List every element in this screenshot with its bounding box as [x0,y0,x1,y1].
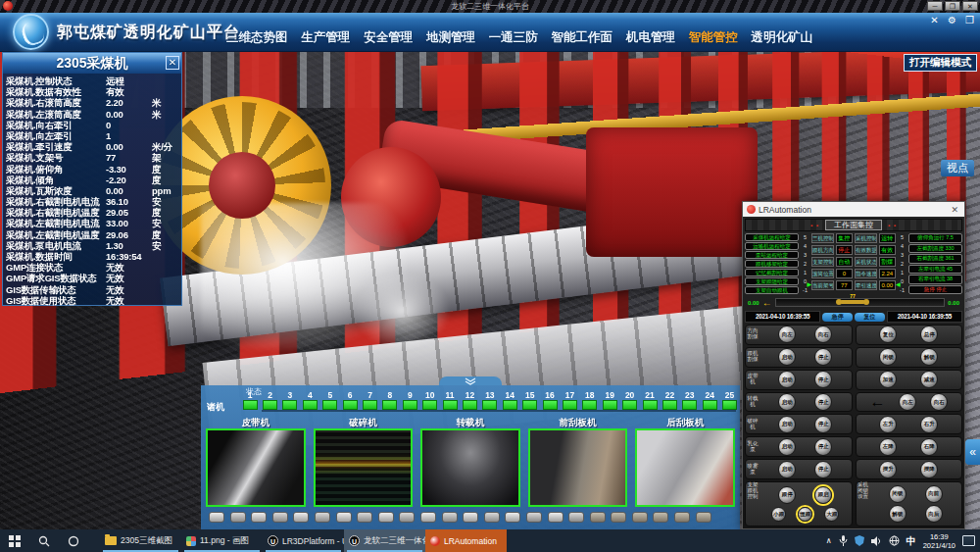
support-status-block[interactable] [463,400,477,410]
round-control-button[interactable]: 闭锁 [889,485,906,503]
round-control-button[interactable]: 启动 [778,461,796,478]
preset-button[interactable]: 急停 停止 [908,285,962,295]
nav-item-9[interactable]: 透明化矿山 [752,29,813,46]
camera-thumbnail[interactable] [420,428,520,507]
workface-control-tab[interactable]: 工作面集控 [825,220,882,230]
support-status-block[interactable] [482,400,497,410]
round-control-button[interactable]: 左升 [879,416,897,433]
round-control-button[interactable]: 停止 [814,461,832,478]
maximize-button[interactable]: ❐ [945,1,960,11]
preset-button[interactable]: 俯仰角运行 7.5 [908,233,962,243]
support-status-block[interactable] [622,400,637,410]
round-control-button[interactable]: 停止 [814,393,832,411]
minimize-button[interactable]: ─ [927,1,943,11]
support-status-block[interactable] [263,400,277,410]
round-control-button[interactable]: 慢跟 [798,507,812,522]
filmstrip-chip[interactable] [653,512,668,523]
support-status-block[interactable] [722,400,737,410]
nav-item-6[interactable]: 智能工作面 [552,29,613,46]
round-control-button[interactable]: 跟停 [778,486,796,504]
network-globe-icon[interactable] [889,535,900,546]
filmstrip-chip[interactable] [484,512,500,523]
preset-button[interactable]: 运输机远程给定 [745,242,799,250]
open-edit-mode-button[interactable]: 打开编辑模式 [904,54,977,72]
nav-item-5[interactable]: 一通三防 [489,29,538,46]
round-control-button[interactable]: 停止 [814,416,832,433]
filmstrip-chip[interactable] [674,512,690,523]
filmstrip-chip[interactable] [378,512,394,523]
round-control-button[interactable]: 右降 [920,438,938,456]
round-control-button[interactable]: 停止 [814,438,832,456]
notification-center-icon[interactable] [962,535,975,546]
support-status-block[interactable] [643,400,658,410]
support-status-block[interactable] [662,400,677,410]
round-control-button[interactable]: 启动 [778,348,796,366]
nav-item-3[interactable]: 安全管理 [364,29,413,46]
support-status-block[interactable] [582,400,597,410]
gear-icon[interactable]: ⚙ [946,14,958,26]
preset-button[interactable]: 右截割温度 361 [908,254,962,264]
round-control-button[interactable]: 解锁 [889,505,906,523]
support-status-block[interactable] [503,400,517,410]
nav-item-2[interactable]: 生产管理 [301,29,350,46]
support-status-block[interactable] [382,400,397,410]
filmstrip-chip[interactable] [611,512,626,523]
clock[interactable]: 16:39 2021/4/10 [923,532,956,550]
lr-close-icon[interactable]: ✕ [949,205,960,215]
restore-window-icon[interactable]: ❐ [963,14,976,26]
round-control-button[interactable]: 启动 [778,393,796,411]
camera-thumbnail[interactable] [206,428,306,507]
round-control-button[interactable]: 启动 [778,416,796,433]
preset-button[interactable]: 右牵引电流 38 [908,275,962,284]
wrench-icon[interactable]: ✕ [928,14,941,26]
round-control-button[interactable]: 向右 [814,326,832,343]
round-control-button[interactable]: 停止 [814,371,832,388]
support-status-block[interactable] [343,400,358,410]
panel-close-icon[interactable]: ✕ [166,56,179,70]
round-control-button[interactable]: 小跟 [771,507,786,522]
round-control-button[interactable]: 减速 [920,371,938,388]
filmstrip-chip[interactable] [293,512,309,523]
support-status-block[interactable] [563,400,577,410]
support-status-block[interactable] [522,400,537,410]
collapse-left-icon[interactable]: « [965,439,980,465]
filmstrip-chip[interactable] [463,512,478,523]
round-control-button[interactable]: 总停 [920,326,938,343]
round-control-button[interactable]: 向后 [925,505,943,523]
support-status-block[interactable] [363,400,377,410]
filmstrip-chip[interactable] [209,512,224,523]
ime-indicator[interactable]: 中 [906,534,916,548]
support-status-block[interactable] [703,400,717,410]
viewpoint-tab[interactable]: 视点 [941,160,974,176]
preset-button[interactable]: 左牵引电流 45 [908,265,962,275]
filmstrip-chip[interactable] [420,512,436,523]
round-control-button[interactable]: 向右 [930,393,948,411]
round-control-button[interactable]: 解锁 [920,348,938,366]
filmstrip-chip[interactable] [526,512,542,523]
round-control-button[interactable]: 向前 [925,485,943,503]
collapse-down-icon[interactable] [439,376,502,385]
round-control-button[interactable]: 停止 [814,348,832,366]
round-control-button[interactable]: 向左 [899,393,916,411]
support-status-block[interactable] [282,400,297,410]
round-control-button[interactable]: 摆升 [879,461,897,478]
round-control-button[interactable]: 启动 [778,438,796,456]
filmstrip-chip[interactable] [548,512,564,523]
preset-button[interactable]: 左截割温度 330 [908,244,962,254]
taskbar-app-1[interactable]: 2305三维截图 [100,529,181,552]
support-status-block[interactable] [682,400,697,410]
preset-button[interactable]: 跟机移架给定 [745,260,799,268]
microphone-icon[interactable] [839,535,848,546]
shield-icon[interactable] [855,535,864,546]
filmstrip-chip[interactable] [230,512,246,523]
preset-button[interactable]: 采煤机远程给定 [745,233,799,241]
close-button[interactable]: ✕ [962,1,978,11]
support-status-block[interactable] [543,400,558,410]
support-status-block[interactable] [322,400,337,410]
filmstrip-chip[interactable] [336,512,352,523]
taskbar-app-3[interactable]: ULR3DPlatform - U... [263,529,344,552]
taskbar-app-2[interactable]: 11.png - 画图 [181,529,263,552]
preset-button[interactable]: 支架自动跟机 [745,286,799,294]
camera-thumbnail[interactable] [635,428,735,507]
support-status-block[interactable] [603,400,617,410]
